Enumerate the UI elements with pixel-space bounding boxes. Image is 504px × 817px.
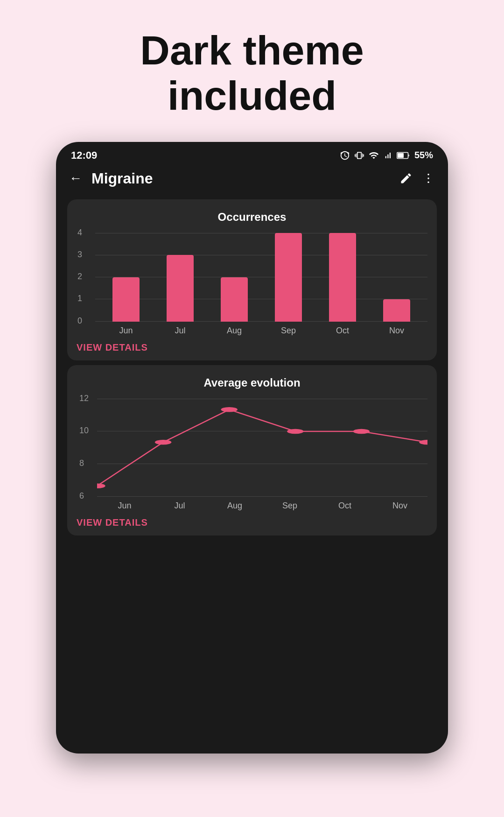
line-x-label: Nov	[372, 501, 427, 511]
svg-point-6	[155, 440, 171, 445]
line-x-label: Jul	[152, 501, 207, 511]
avg-evolution-card: Average evolution 12 10 8 6 JunJulAugSep…	[67, 365, 437, 535]
avg-evolution-view-details[interactable]: VIEW DETAILS	[77, 517, 427, 528]
line-x-label: Sep	[262, 501, 317, 511]
wifi-icon	[369, 150, 379, 161]
headline-line1: Dark theme	[140, 27, 364, 73]
line-x-label: Oct	[317, 501, 372, 511]
bar	[167, 255, 194, 322]
x-label: Nov	[383, 326, 410, 336]
occurrences-card: Occurrences 4 3 2 1 0 JunJulAugSepOctNov…	[67, 199, 437, 360]
bar	[221, 277, 248, 322]
line-x-labels: JunJulAugSepOctNov	[97, 501, 427, 511]
line-x-label: Aug	[207, 501, 262, 511]
occurrences-view-details[interactable]: VIEW DETAILS	[77, 342, 427, 353]
x-labels: JunJulAugSepOctNov	[99, 326, 424, 336]
battery-percent: 55%	[414, 150, 433, 161]
status-time: 12:09	[71, 149, 97, 162]
bar	[275, 233, 302, 322]
avg-evolution-title: Average evolution	[77, 376, 427, 389]
svg-point-5	[97, 483, 105, 488]
svg-rect-1	[398, 153, 404, 158]
x-label: Oct	[329, 326, 356, 336]
app-bar: ← Migraine	[56, 165, 448, 195]
line-chart-svg	[97, 399, 427, 497]
battery-icon	[397, 151, 410, 160]
x-label: Jul	[167, 326, 194, 336]
bar	[329, 233, 356, 322]
line-x-label: Jun	[97, 501, 152, 511]
occurrences-title: Occurrences	[77, 211, 427, 224]
svg-point-9	[353, 429, 370, 434]
app-bar-actions	[399, 172, 435, 185]
back-button[interactable]: ←	[69, 171, 82, 186]
bar	[112, 277, 140, 322]
bars-container	[99, 233, 424, 322]
more-options-icon[interactable]	[422, 172, 435, 185]
svg-point-3	[427, 177, 429, 179]
x-label: Aug	[221, 326, 248, 336]
page-headline: Dark theme included	[140, 28, 364, 119]
app-title: Migraine	[91, 170, 399, 187]
vibrate-icon	[355, 150, 364, 161]
x-label: Jun	[112, 326, 140, 336]
occurrences-chart: 4 3 2 1 0 JunJulAugSepOctNov	[77, 233, 427, 336]
status-icons: 55%	[340, 150, 433, 161]
svg-point-4	[427, 182, 429, 183]
x-label: Sep	[275, 326, 302, 336]
phone-frame: 12:09 55%	[56, 142, 448, 754]
avg-evolution-chart: 12 10 8 6 JunJulAugSepOctNov	[77, 399, 427, 511]
svg-point-2	[427, 174, 429, 176]
status-bar: 12:09 55%	[56, 142, 448, 165]
bar	[383, 299, 410, 322]
signal-icon	[384, 150, 392, 161]
edit-icon[interactable]	[399, 172, 413, 185]
svg-point-8	[287, 429, 303, 434]
alarm-icon	[340, 150, 350, 161]
svg-point-7	[221, 407, 238, 412]
headline-line2: included	[168, 72, 336, 119]
